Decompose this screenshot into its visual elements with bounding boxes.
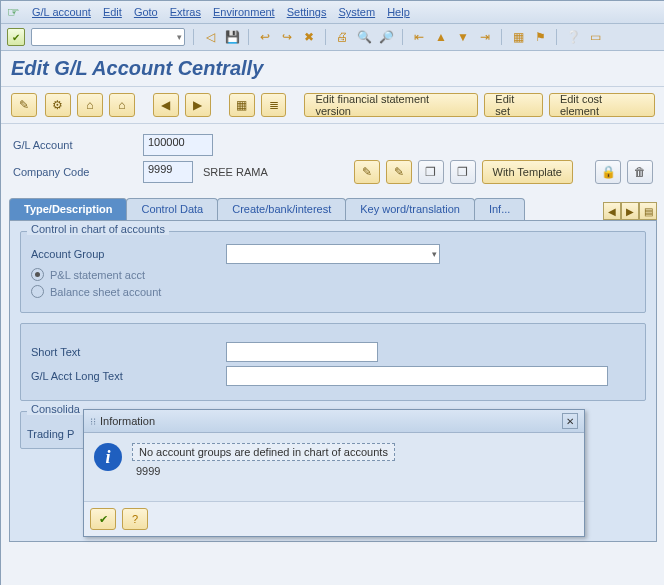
tab-nav: ◀ ▶ ▤ bbox=[603, 202, 657, 220]
layout-icon[interactable]: ▭ bbox=[587, 29, 603, 45]
information-dialog: ⁝⁝ Information ✕ i No account groups are… bbox=[83, 409, 585, 537]
toolbar-separator bbox=[248, 29, 249, 45]
dialog-body: i No account groups are defined in chart… bbox=[84, 433, 584, 501]
tab-info[interactable]: Inf... bbox=[474, 198, 525, 220]
toolbar-separator bbox=[325, 29, 326, 45]
tab-scroll-left[interactable]: ◀ bbox=[603, 202, 621, 220]
find-next-icon[interactable]: 🔎 bbox=[378, 29, 394, 45]
print-icon[interactable]: 🖨 bbox=[334, 29, 350, 45]
edit-cost-element-button[interactable]: Edit cost element bbox=[549, 93, 655, 117]
next-button[interactable]: ▶ bbox=[185, 93, 211, 117]
dialog-help-button[interactable]: ? bbox=[122, 508, 148, 530]
long-text-label: G/L Acct Long Text bbox=[31, 370, 226, 382]
short-text-field[interactable] bbox=[226, 342, 378, 362]
display-button[interactable]: ✎ bbox=[11, 93, 37, 117]
info-icon: i bbox=[94, 443, 122, 471]
dialog-message-2: 9999 bbox=[132, 465, 395, 477]
cancel-icon[interactable]: ✖ bbox=[301, 29, 317, 45]
close-icon[interactable]: ✕ bbox=[562, 413, 578, 429]
menu-system[interactable]: System bbox=[338, 6, 375, 18]
list-button[interactable]: ≣ bbox=[261, 93, 287, 117]
tab-type-description[interactable]: Type/Description bbox=[9, 198, 127, 220]
group-legend-consolidation: Consolida bbox=[27, 403, 84, 415]
company-code-field[interactable]: 9999 bbox=[143, 161, 193, 183]
short-text-label: Short Text bbox=[31, 346, 226, 358]
help-icon[interactable]: ❔ bbox=[565, 29, 581, 45]
save-icon[interactable]: ◁ bbox=[202, 29, 218, 45]
grip-icon: ⁝⁝ bbox=[90, 416, 96, 427]
toolbar-separator bbox=[556, 29, 557, 45]
edit-button[interactable]: ✎ bbox=[386, 160, 412, 184]
dialog-footer: ✔ ? bbox=[84, 501, 584, 536]
toggle-button[interactable]: ▦ bbox=[229, 93, 255, 117]
page-title: Edit G/L Account Centrally bbox=[1, 51, 664, 87]
toolbar-separator bbox=[501, 29, 502, 45]
menu-bar: ☞ G/L account Edit Goto Extras Environme… bbox=[1, 1, 664, 24]
dialog-message: No account groups are defined in chart o… bbox=[132, 443, 395, 461]
company-desc: SREE RAMA bbox=[203, 166, 268, 178]
edit-fsv-button[interactable]: Edit financial statement version bbox=[304, 93, 478, 117]
menu-extras[interactable]: Extras bbox=[170, 6, 201, 18]
balance-sheet-label: Balance sheet account bbox=[50, 286, 161, 298]
edit-set-button[interactable]: Edit set bbox=[484, 93, 543, 117]
doc1-button[interactable]: ❐ bbox=[418, 160, 444, 184]
app-toolbar: ✎ ⚙ ⌂ ⌂ ◀ ▶ ▦ ≣ Edit financial statement… bbox=[1, 87, 664, 124]
shortcut-icon[interactable]: ⚑ bbox=[532, 29, 548, 45]
account-group-dropdown[interactable] bbox=[226, 244, 440, 264]
next-page-icon[interactable]: ▼ bbox=[455, 29, 471, 45]
last-page-icon[interactable]: ⇥ bbox=[477, 29, 493, 45]
with-template-button[interactable]: With Template bbox=[482, 160, 574, 184]
dialog-title: Information bbox=[100, 415, 155, 427]
system-toolbar: ◁ 💾 ↩ ↪ ✖ 🖨 🔍 🔎 ⇤ ▲ ▼ ⇥ ▦ ⚑ ❔ ▭ bbox=[1, 24, 664, 51]
enter-button[interactable] bbox=[7, 28, 25, 46]
menu-help[interactable]: Help bbox=[387, 6, 410, 18]
lock-button[interactable]: 🔒 bbox=[595, 160, 621, 184]
dialog-ok-button[interactable]: ✔ bbox=[90, 508, 116, 530]
tab-list-button[interactable]: ▤ bbox=[639, 202, 657, 220]
tab-control-data[interactable]: Control Data bbox=[126, 198, 218, 220]
long-text-field[interactable] bbox=[226, 366, 608, 386]
other-gl-button[interactable]: ⚙ bbox=[45, 93, 71, 117]
nav1-button[interactable]: ⌂ bbox=[77, 93, 103, 117]
balance-sheet-radio[interactable] bbox=[31, 285, 44, 298]
tab-keyword-translation[interactable]: Key word/translation bbox=[345, 198, 475, 220]
menu-gl-account[interactable]: G/L account bbox=[32, 6, 91, 18]
company-code-label: Company Code bbox=[13, 166, 143, 178]
menu-goto[interactable]: Goto bbox=[134, 6, 158, 18]
session-icon: ☞ bbox=[7, 4, 20, 20]
check-button[interactable]: ✎ bbox=[354, 160, 380, 184]
dialog-titlebar[interactable]: ⁝⁝ Information ✕ bbox=[84, 410, 584, 433]
gl-account-label: G/L Account bbox=[13, 139, 143, 151]
save-icon2[interactable]: 💾 bbox=[224, 29, 240, 45]
command-field[interactable] bbox=[31, 28, 185, 46]
menu-settings[interactable]: Settings bbox=[287, 6, 327, 18]
nav2-button[interactable]: ⌂ bbox=[109, 93, 135, 117]
exit-icon[interactable]: ↪ bbox=[279, 29, 295, 45]
group-description: Short Text G/L Acct Long Text bbox=[20, 323, 646, 401]
menu-environment[interactable]: Environment bbox=[213, 6, 275, 18]
tab-create-bank-interest[interactable]: Create/bank/interest bbox=[217, 198, 346, 220]
delete-button[interactable]: 🗑 bbox=[627, 160, 653, 184]
group-legend: Control in chart of accounts bbox=[27, 223, 169, 235]
prev-page-icon[interactable]: ▲ bbox=[433, 29, 449, 45]
toolbar-separator bbox=[402, 29, 403, 45]
doc2-button[interactable]: ❐ bbox=[450, 160, 476, 184]
group-control-in-coa: Control in chart of accounts Account Gro… bbox=[20, 231, 646, 313]
back-icon[interactable]: ↩ bbox=[257, 29, 273, 45]
menu-edit[interactable]: Edit bbox=[103, 6, 122, 18]
account-group-label: Account Group bbox=[31, 248, 226, 260]
pl-stmt-radio[interactable] bbox=[31, 268, 44, 281]
toolbar-separator bbox=[193, 29, 194, 45]
first-page-icon[interactable]: ⇤ bbox=[411, 29, 427, 45]
new-session-icon[interactable]: ▦ bbox=[510, 29, 526, 45]
tab-strip: Type/Description Control Data Create/ban… bbox=[1, 198, 664, 220]
pl-stmt-label: P&L statement acct bbox=[50, 269, 145, 281]
header-fields: G/L Account 100000 Company Code 9999 SRE… bbox=[1, 124, 664, 192]
gl-account-field[interactable]: 100000 bbox=[143, 134, 213, 156]
tab-scroll-right[interactable]: ▶ bbox=[621, 202, 639, 220]
find-icon[interactable]: 🔍 bbox=[356, 29, 372, 45]
prev-button[interactable]: ◀ bbox=[153, 93, 179, 117]
